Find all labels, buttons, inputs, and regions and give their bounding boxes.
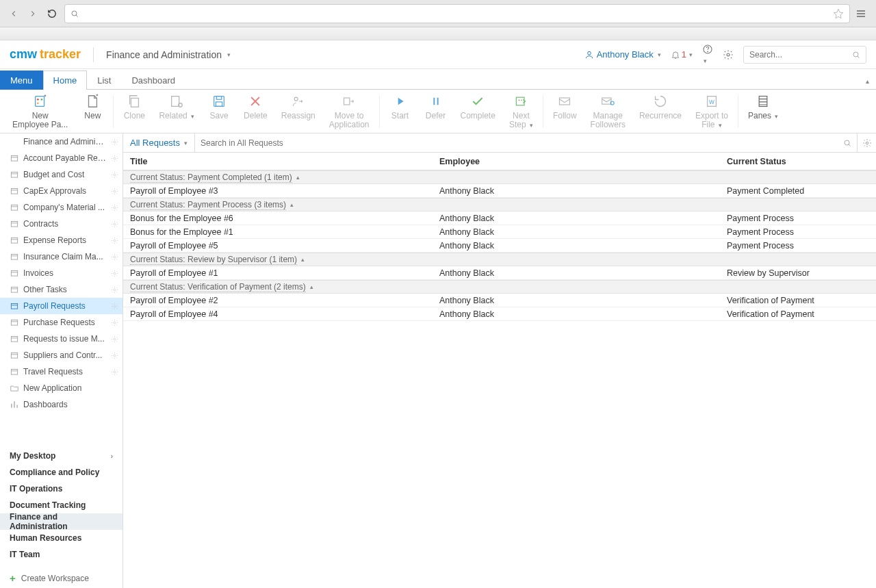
workspace-item[interactable]: Human Resources	[0, 530, 123, 546]
tab-home[interactable]: Home	[43, 71, 88, 90]
workspace-item[interactable]: Compliance and Policy	[0, 464, 123, 481]
workspace-item[interactable]: IT Team	[0, 546, 123, 563]
ribbon-label: NextStep ▾	[509, 112, 533, 129]
sidebar-item[interactable]: Travel Requests	[0, 363, 123, 380]
sidebar-item[interactable]: Account Payable Req...	[0, 150, 123, 166]
view-search-input[interactable]	[201, 138, 843, 148]
gear-icon[interactable]	[111, 303, 118, 310]
sidebar-item[interactable]: Suppliers and Contr...	[0, 347, 123, 363]
workspace-item[interactable]: Document Tracking	[0, 497, 123, 513]
gear-icon[interactable]	[111, 352, 118, 359]
sidebar-item[interactable]: Insurance Claim Ma...	[0, 248, 123, 265]
gear-icon[interactable]	[111, 368, 118, 376]
gear-icon[interactable]	[111, 270, 118, 277]
gear-icon[interactable]	[111, 220, 118, 228]
gear-icon[interactable]	[111, 253, 118, 261]
col-header-title[interactable]: Title	[123, 157, 439, 166]
svg-rect-21	[560, 98, 570, 105]
sidebar-item-label: Requests to issue M...	[23, 334, 107, 344]
gear-icon[interactable]	[111, 171, 118, 179]
browser-menu-icon[interactable]	[855, 8, 869, 19]
sidebar-item[interactable]: Dashboards	[0, 396, 123, 413]
sidebar-item-label: Account Payable Req...	[23, 153, 107, 163]
workspace-label: My Desktop	[10, 451, 55, 461]
global-search[interactable]	[743, 46, 866, 64]
col-header-status[interactable]: Current Status	[727, 157, 868, 166]
svg-point-19	[519, 100, 520, 101]
sidebar-item[interactable]: Other Tasks	[0, 281, 123, 298]
tab-list[interactable]: List	[87, 71, 121, 90]
tab-menu[interactable]: Menu	[0, 71, 43, 90]
ribbon-collapse-icon[interactable]: ▴	[866, 77, 869, 89]
table-row[interactable]: Payroll of Employee #1Anthony BlackRevie…	[123, 266, 876, 280]
address-bar[interactable]	[64, 4, 850, 23]
workspace-item[interactable]: My Desktop›	[0, 448, 123, 464]
ribbon-complete: Complete	[454, 92, 502, 120]
grid-body: Current Status: Payment Completed (1 ite…	[123, 170, 876, 321]
cell-employee: Anthony Black	[439, 241, 727, 251]
gear-icon[interactable]	[111, 286, 118, 294]
list-icon	[10, 170, 19, 179]
chevron-down-icon: ▾	[658, 51, 661, 58]
group-header[interactable]: Current Status: Verification of Payment …	[123, 280, 876, 294]
svg-rect-42	[11, 271, 17, 277]
help-button[interactable]: ▾	[702, 44, 713, 65]
table-row[interactable]: Payroll of Employee #5Anthony BlackPayme…	[123, 239, 876, 253]
browser-forward-icon[interactable]	[26, 7, 40, 21]
user-chip[interactable]: Anthony Black ▾	[584, 49, 661, 60]
gear-icon[interactable]	[111, 155, 118, 162]
group-header[interactable]: Current Status: Review by Supervisor (1 …	[123, 253, 876, 266]
view-search[interactable]	[194, 133, 857, 152]
global-search-input[interactable]	[749, 50, 852, 60]
table-row[interactable]: Bonus for the Employee #1Anthony BlackPa…	[123, 225, 876, 239]
sidebar-item[interactable]: Requests to issue M...	[0, 331, 123, 347]
sidebar: Finance and Administrati...Account Payab…	[0, 133, 123, 588]
sidebar-item[interactable]: New Application	[0, 380, 123, 396]
create-workspace-button[interactable]: + Create Workspace	[0, 568, 123, 588]
gear-icon[interactable]	[111, 138, 118, 146]
view-settings-button[interactable]	[857, 133, 876, 152]
browser-back-icon[interactable]	[7, 7, 21, 21]
browser-reload-icon[interactable]	[45, 7, 59, 21]
sidebar-item[interactable]: Contracts	[0, 216, 123, 232]
gear-icon[interactable]	[111, 188, 118, 195]
settings-button[interactable]	[723, 49, 734, 60]
sidebar-item[interactable]: Invoices	[0, 265, 123, 281]
list-icon	[10, 268, 19, 278]
svg-point-27	[114, 141, 116, 143]
sidebar-item[interactable]: Finance and Administrati...	[0, 133, 123, 150]
group-header[interactable]: Current Status: Payment Completed (1 ite…	[123, 170, 876, 184]
table-row[interactable]: Payroll of Employee #3Anthony BlackPayme…	[123, 184, 876, 198]
breadcrumb[interactable]: Finance and Administration ▾	[106, 49, 231, 60]
gear-icon[interactable]	[111, 204, 118, 212]
breadcrumb-label: Finance and Administration	[106, 49, 222, 60]
ribbon-label: Start	[391, 112, 409, 120]
table-row[interactable]: Payroll of Employee #4Anthony BlackVerif…	[123, 307, 876, 321]
ribbon-panes[interactable]: Panes ▾	[741, 92, 785, 120]
table-row[interactable]: Bonus for the Employee #6Anthony BlackPa…	[123, 212, 876, 225]
workspace-item[interactable]: IT Operations	[0, 481, 123, 497]
gear-icon[interactable]	[111, 237, 118, 244]
gear-icon[interactable]	[111, 335, 118, 343]
ribbon-new[interactable]: New	[75, 92, 110, 120]
ribbon-new-emp[interactable]: NewEmployee Pa...	[5, 92, 75, 129]
group-header[interactable]: Current Status: Payment Process (3 items…	[123, 198, 876, 212]
tab-dashboard[interactable]: Dashboard	[121, 71, 185, 90]
workspace-item[interactable]: Finance and Administration	[0, 513, 123, 530]
star-icon[interactable]	[833, 8, 844, 19]
col-header-employee[interactable]: Employee	[439, 157, 727, 166]
sidebar-item[interactable]: Payroll Requests	[0, 298, 123, 314]
gear-icon[interactable]	[111, 319, 118, 327]
table-row[interactable]: Payroll of Employee #2Anthony BlackVerif…	[123, 294, 876, 307]
sidebar-item[interactable]: CapEx Approvals	[0, 183, 123, 199]
ribbon-label: Panes ▾	[748, 112, 778, 120]
view-selector[interactable]: All Requests ▾	[123, 133, 194, 152]
notifications-button[interactable]: 1 ▾	[671, 49, 693, 60]
sidebar-item[interactable]: Purchase Requests	[0, 314, 123, 331]
sidebar-item[interactable]: Budget and Cost	[0, 166, 123, 183]
sidebar-item[interactable]: Company's Material ...	[0, 199, 123, 216]
sidebar-item[interactable]: Expense Reports	[0, 232, 123, 248]
cell-title: Payroll of Employee #5	[123, 241, 439, 251]
search-icon	[843, 139, 851, 147]
svg-point-47	[114, 305, 116, 307]
